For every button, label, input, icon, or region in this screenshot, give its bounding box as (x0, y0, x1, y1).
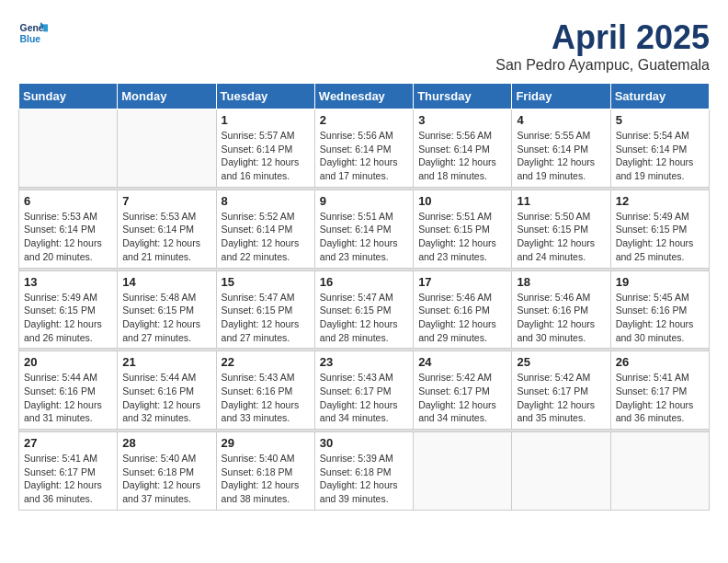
calendar-cell: 6Sunrise: 5:53 AMSunset: 6:14 PMDaylight… (19, 190, 118, 268)
logo: General Blue (18, 18, 48, 48)
day-number: 28 (122, 436, 210, 450)
day-number: 9 (320, 194, 408, 208)
day-info: Sunrise: 5:51 AMSunset: 6:15 PMDaylight:… (418, 210, 506, 264)
calendar-cell: 19Sunrise: 5:45 AMSunset: 6:16 PMDayligh… (610, 270, 709, 349)
day-info: Sunrise: 5:40 AMSunset: 6:18 PMDaylight:… (222, 452, 310, 506)
day-number: 17 (418, 275, 506, 289)
day-number: 30 (320, 436, 408, 450)
day-number: 2 (320, 113, 408, 127)
day-info: Sunrise: 5:53 AMSunset: 6:14 PMDaylight:… (24, 210, 112, 264)
day-header-wednesday: Wednesday (314, 84, 413, 109)
calendar-cell: 10Sunrise: 5:51 AMSunset: 6:15 PMDayligh… (414, 190, 512, 268)
calendar-cell: 4Sunrise: 5:55 AMSunset: 6:14 PMDaylight… (512, 109, 610, 188)
calendar-week-1: 1Sunrise: 5:57 AMSunset: 6:14 PMDaylight… (19, 109, 710, 188)
day-info: Sunrise: 5:48 AMSunset: 6:15 PMDaylight:… (122, 291, 210, 345)
day-info: Sunrise: 5:57 AMSunset: 6:14 PMDaylight:… (222, 129, 310, 183)
calendar-week-3: 13Sunrise: 5:49 AMSunset: 6:15 PMDayligh… (19, 270, 710, 349)
day-info: Sunrise: 5:49 AMSunset: 6:15 PMDaylight:… (616, 210, 704, 264)
day-number: 29 (222, 436, 310, 450)
day-number: 22 (222, 355, 310, 369)
day-info: Sunrise: 5:44 AMSunset: 6:16 PMDaylight:… (122, 371, 210, 425)
day-number: 3 (418, 113, 506, 127)
calendar-cell: 1Sunrise: 5:57 AMSunset: 6:14 PMDaylight… (216, 109, 314, 188)
calendar-cell: 17Sunrise: 5:46 AMSunset: 6:16 PMDayligh… (414, 270, 512, 349)
calendar-cell: 7Sunrise: 5:53 AMSunset: 6:14 PMDaylight… (118, 190, 216, 268)
day-header-sunday: Sunday (19, 84, 118, 109)
day-info: Sunrise: 5:47 AMSunset: 6:15 PMDaylight:… (320, 291, 408, 345)
day-info: Sunrise: 5:44 AMSunset: 6:16 PMDaylight:… (24, 371, 112, 425)
day-info: Sunrise: 5:42 AMSunset: 6:17 PMDaylight:… (517, 371, 605, 425)
day-info: Sunrise: 5:41 AMSunset: 6:17 PMDaylight:… (616, 371, 704, 425)
calendar-header-row: SundayMondayTuesdayWednesdayThursdayFrid… (19, 84, 710, 109)
calendar-cell: 8Sunrise: 5:52 AMSunset: 6:14 PMDaylight… (216, 190, 314, 268)
day-number: 13 (24, 275, 112, 289)
day-info: Sunrise: 5:56 AMSunset: 6:14 PMDaylight:… (418, 129, 506, 183)
calendar-cell: 22Sunrise: 5:43 AMSunset: 6:16 PMDayligh… (216, 351, 314, 430)
day-header-thursday: Thursday (414, 84, 512, 109)
calendar-cell: 27Sunrise: 5:41 AMSunset: 6:17 PMDayligh… (19, 432, 118, 511)
location-title: San Pedro Ayampuc, Guatemala (495, 57, 710, 74)
calendar-cell: 24Sunrise: 5:42 AMSunset: 6:17 PMDayligh… (414, 351, 512, 430)
day-number: 6 (24, 194, 112, 208)
calendar-cell: 9Sunrise: 5:51 AMSunset: 6:14 PMDaylight… (314, 190, 413, 268)
day-info: Sunrise: 5:56 AMSunset: 6:14 PMDaylight:… (320, 129, 408, 183)
day-number: 21 (122, 355, 210, 369)
day-number: 8 (222, 194, 310, 208)
day-info: Sunrise: 5:54 AMSunset: 6:14 PMDaylight:… (616, 129, 704, 183)
day-number: 5 (616, 113, 704, 127)
calendar-cell: 23Sunrise: 5:43 AMSunset: 6:17 PMDayligh… (314, 351, 413, 430)
day-number: 11 (517, 194, 605, 208)
calendar-cell: 3Sunrise: 5:56 AMSunset: 6:14 PMDaylight… (414, 109, 512, 188)
day-info: Sunrise: 5:50 AMSunset: 6:15 PMDaylight:… (517, 210, 605, 264)
calendar-cell: 14Sunrise: 5:48 AMSunset: 6:15 PMDayligh… (118, 270, 216, 349)
calendar-week-4: 20Sunrise: 5:44 AMSunset: 6:16 PMDayligh… (19, 351, 710, 430)
day-info: Sunrise: 5:39 AMSunset: 6:18 PMDaylight:… (320, 452, 408, 506)
day-header-friday: Friday (512, 84, 610, 109)
calendar-cell: 12Sunrise: 5:49 AMSunset: 6:15 PMDayligh… (610, 190, 709, 268)
calendar-cell: 30Sunrise: 5:39 AMSunset: 6:18 PMDayligh… (314, 432, 413, 511)
day-header-monday: Monday (118, 84, 216, 109)
day-number: 12 (616, 194, 704, 208)
day-number: 16 (320, 275, 408, 289)
month-title: April 2025 (495, 18, 710, 57)
day-info: Sunrise: 5:46 AMSunset: 6:16 PMDaylight:… (517, 291, 605, 345)
day-info: Sunrise: 5:51 AMSunset: 6:14 PMDaylight:… (320, 210, 408, 264)
day-info: Sunrise: 5:41 AMSunset: 6:17 PMDaylight:… (24, 452, 112, 506)
calendar-cell: 21Sunrise: 5:44 AMSunset: 6:16 PMDayligh… (118, 351, 216, 430)
svg-marker-4 (43, 24, 48, 31)
day-number: 7 (122, 194, 210, 208)
calendar-cell: 25Sunrise: 5:42 AMSunset: 6:17 PMDayligh… (512, 351, 610, 430)
day-number: 15 (222, 275, 310, 289)
calendar-cell: 28Sunrise: 5:40 AMSunset: 6:18 PMDayligh… (118, 432, 216, 511)
calendar-cell: 13Sunrise: 5:49 AMSunset: 6:15 PMDayligh… (19, 270, 118, 349)
title-block: April 2025 San Pedro Ayampuc, Guatemala (495, 18, 710, 74)
day-info: Sunrise: 5:43 AMSunset: 6:17 PMDaylight:… (320, 371, 408, 425)
calendar-week-2: 6Sunrise: 5:53 AMSunset: 6:14 PMDaylight… (19, 190, 710, 268)
day-info: Sunrise: 5:55 AMSunset: 6:14 PMDaylight:… (517, 129, 605, 183)
day-number: 19 (616, 275, 704, 289)
day-number: 25 (517, 355, 605, 369)
calendar-cell: 26Sunrise: 5:41 AMSunset: 6:17 PMDayligh… (610, 351, 709, 430)
calendar-table: SundayMondayTuesdayWednesdayThursdayFrid… (18, 83, 710, 511)
day-number: 24 (418, 355, 506, 369)
day-info: Sunrise: 5:46 AMSunset: 6:16 PMDaylight:… (418, 291, 506, 345)
calendar-cell: 11Sunrise: 5:50 AMSunset: 6:15 PMDayligh… (512, 190, 610, 268)
day-info: Sunrise: 5:40 AMSunset: 6:18 PMDaylight:… (122, 452, 210, 506)
logo-icon: General Blue (18, 18, 48, 48)
day-info: Sunrise: 5:53 AMSunset: 6:14 PMDaylight:… (122, 210, 210, 264)
page-header: General Blue April 2025 San Pedro Ayampu… (18, 18, 710, 74)
calendar-cell: 20Sunrise: 5:44 AMSunset: 6:16 PMDayligh… (19, 351, 118, 430)
day-header-saturday: Saturday (610, 84, 709, 109)
calendar-cell: 29Sunrise: 5:40 AMSunset: 6:18 PMDayligh… (216, 432, 314, 511)
day-number: 23 (320, 355, 408, 369)
day-header-tuesday: Tuesday (216, 84, 314, 109)
day-info: Sunrise: 5:52 AMSunset: 6:14 PMDaylight:… (222, 210, 310, 264)
day-number: 10 (418, 194, 506, 208)
day-info: Sunrise: 5:47 AMSunset: 6:15 PMDaylight:… (222, 291, 310, 345)
calendar-cell: 16Sunrise: 5:47 AMSunset: 6:15 PMDayligh… (314, 270, 413, 349)
day-number: 26 (616, 355, 704, 369)
calendar-cell: 5Sunrise: 5:54 AMSunset: 6:14 PMDaylight… (610, 109, 709, 188)
calendar-cell: 18Sunrise: 5:46 AMSunset: 6:16 PMDayligh… (512, 270, 610, 349)
day-info: Sunrise: 5:49 AMSunset: 6:15 PMDaylight:… (24, 291, 112, 345)
day-number: 18 (517, 275, 605, 289)
